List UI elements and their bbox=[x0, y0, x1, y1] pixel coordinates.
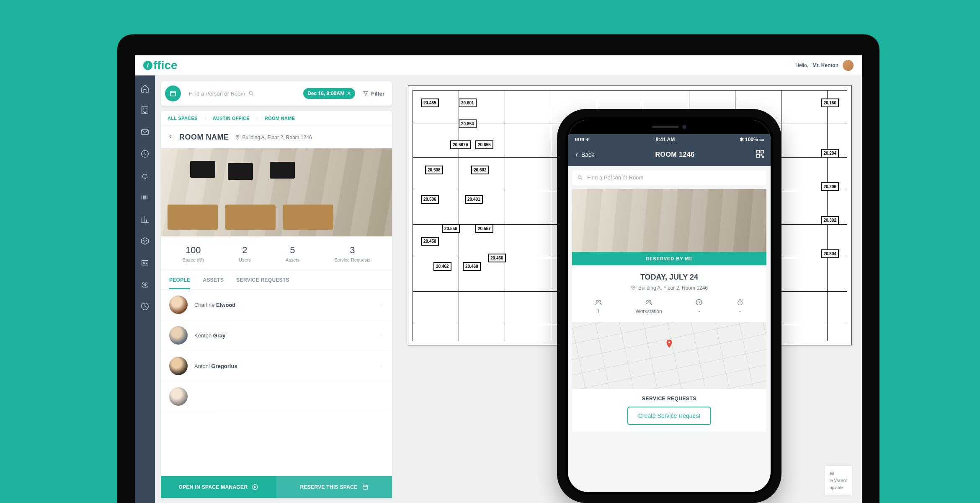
tab-assets[interactable]: ASSETS bbox=[203, 277, 224, 289]
pie-icon[interactable] bbox=[140, 302, 150, 311]
floor-room-label[interactable]: 20.304 bbox=[821, 249, 839, 258]
signal-wifi-icon: ▮▮▮▮ ᯤ bbox=[575, 137, 591, 143]
list-item[interactable]: Charline Elwood bbox=[161, 290, 392, 320]
chevron-left-icon bbox=[574, 152, 580, 158]
monitor-decoration-icon bbox=[228, 163, 253, 180]
badge-icon[interactable] bbox=[140, 258, 150, 267]
date-chip-clear[interactable]: ✕ bbox=[347, 91, 351, 96]
team-icon[interactable] bbox=[140, 280, 150, 289]
floor-room-label[interactable]: 20.302 bbox=[821, 216, 839, 225]
room-panel: Find a Person or Room Dec 16, 9:00AM ✕ F… bbox=[155, 75, 398, 503]
stopwatch-icon bbox=[736, 298, 744, 306]
floor-room-label[interactable]: 20.206 bbox=[821, 182, 839, 191]
floor-room-label[interactable]: 20.455 bbox=[421, 99, 439, 107]
floor-room-label[interactable]: 20.556 bbox=[442, 224, 460, 233]
avatar bbox=[169, 326, 188, 345]
floor-room-label[interactable]: 20.654 bbox=[459, 119, 477, 128]
status-bar: ▮▮▮▮ ᯤ 9:41 AM ✱ 100% ▭ bbox=[568, 134, 771, 145]
svg-point-12 bbox=[253, 485, 258, 490]
panel-actions: OPEN IN SPACE MANAGER RESERVE THIS SPACE bbox=[161, 476, 392, 498]
person-name: Kenton Gray bbox=[194, 332, 373, 339]
floorplan-legend: ed le Vacant upiable bbox=[825, 466, 852, 495]
bell-icon[interactable] bbox=[140, 171, 150, 180]
open-space-manager-button[interactable]: OPEN IN SPACE MANAGER bbox=[161, 476, 276, 498]
floor-room-label[interactable]: 20.460 bbox=[488, 254, 506, 262]
svg-point-25 bbox=[668, 342, 670, 343]
floor-room-label[interactable]: 20.462 bbox=[433, 262, 451, 271]
floor-room-label[interactable]: 20.460 bbox=[463, 262, 481, 271]
monitor-decoration-icon bbox=[270, 162, 295, 179]
clock-icon[interactable] bbox=[140, 149, 150, 158]
search-input[interactable]: Find a Person or Room bbox=[185, 88, 299, 99]
pstat-people-value: 1 bbox=[595, 309, 602, 314]
app-logo[interactable]: i ffice bbox=[143, 59, 178, 72]
package-icon[interactable] bbox=[140, 236, 150, 246]
floor-room-label[interactable]: 20.567A bbox=[450, 140, 471, 149]
pstat-people: 1 bbox=[595, 298, 602, 314]
crumb-room-name[interactable]: ROOM NAME bbox=[265, 116, 295, 121]
tab-service-requests[interactable]: SERVICE REQUESTS bbox=[236, 277, 289, 289]
person-name: Charline Elwood bbox=[194, 302, 373, 308]
phone-back-button[interactable]: Back bbox=[574, 151, 594, 158]
logo-mark-icon: i bbox=[143, 61, 152, 70]
svg-rect-15 bbox=[761, 150, 763, 153]
phone-search-input[interactable]: Find a Person or Room bbox=[572, 170, 766, 185]
search-card: Find a Person or Room Dec 16, 9:00AM ✕ F… bbox=[161, 81, 392, 106]
legend-item: upiable bbox=[830, 484, 847, 491]
back-button[interactable] bbox=[168, 134, 173, 141]
phone-header: Back ROOM 1246 bbox=[568, 145, 771, 166]
svg-point-17 bbox=[578, 176, 581, 179]
date-chip-label: Dec 16, 9:00AM bbox=[307, 91, 344, 96]
user-avatar[interactable] bbox=[843, 60, 854, 71]
calendar-button[interactable] bbox=[165, 86, 181, 101]
room-title: ROOM NAME bbox=[179, 133, 229, 142]
filter-button[interactable]: Filter bbox=[359, 89, 388, 99]
svg-point-22 bbox=[649, 301, 651, 303]
room-location: Building A, Floor 2, Room 1246 bbox=[235, 135, 312, 140]
floor-room-label[interactable]: 20.602 bbox=[471, 166, 489, 174]
chart-icon[interactable] bbox=[140, 215, 150, 224]
list-item[interactable]: Kenton Gray bbox=[161, 320, 392, 351]
floor-room-label[interactable]: 20.506 bbox=[421, 195, 439, 204]
create-service-request-button[interactable]: Create Service Request bbox=[627, 407, 712, 425]
svg-point-10 bbox=[250, 91, 253, 94]
barcode-icon[interactable] bbox=[140, 193, 150, 202]
mail-icon[interactable] bbox=[140, 127, 150, 137]
svg-point-7 bbox=[144, 285, 146, 286]
people-icon bbox=[595, 298, 602, 306]
phone-notch bbox=[568, 120, 771, 134]
stat-sr-value: 3 bbox=[334, 245, 370, 256]
phone-info-card: TODAY, JULY 24 Building A, Floor 2, Room… bbox=[572, 265, 766, 322]
search-placeholder: Find a Person or Room bbox=[189, 91, 245, 97]
phone-map[interactable] bbox=[572, 322, 766, 389]
floor-room-label[interactable]: 20.450 bbox=[421, 237, 439, 246]
phone-frame: ▮▮▮▮ ᯤ 9:41 AM ✱ 100% ▭ Back ROOM 1246 F… bbox=[557, 109, 781, 503]
floor-room-label[interactable]: 20.508 bbox=[425, 166, 443, 174]
stat-space: 100 Space (ft²) bbox=[183, 245, 204, 262]
pstat-timer: - bbox=[736, 298, 744, 314]
floor-room-label[interactable]: 20.160 bbox=[821, 99, 839, 107]
svg-rect-9 bbox=[170, 91, 175, 96]
building-icon[interactable] bbox=[140, 106, 150, 115]
floor-room-label[interactable]: 20.401 bbox=[465, 195, 483, 204]
user-area[interactable]: Hello, Mr. Kenton bbox=[795, 60, 854, 71]
avatar bbox=[169, 357, 188, 375]
monitor-decoration-icon bbox=[190, 161, 215, 178]
crumb-all-spaces[interactable]: ALL SPACES bbox=[168, 116, 198, 121]
reserve-space-button[interactable]: RESERVE THIS SPACE bbox=[276, 476, 392, 498]
crumb-austin-office[interactable]: AUSTIN OFFICE bbox=[213, 116, 250, 121]
svg-point-11 bbox=[237, 136, 238, 137]
svg-point-19 bbox=[596, 301, 598, 303]
qr-scan-button[interactable] bbox=[756, 149, 765, 160]
floor-room-label[interactable]: 20.655 bbox=[475, 140, 493, 149]
phone-room-location-text: Building A, Floor 2, Room 1246 bbox=[638, 285, 708, 291]
date-chip[interactable]: Dec 16, 9:00AM ✕ bbox=[303, 88, 355, 99]
floor-room-label[interactable]: 20.557 bbox=[475, 224, 493, 233]
tab-people[interactable]: PEOPLE bbox=[169, 277, 190, 289]
list-item[interactable]: Antoni Gregorius bbox=[161, 351, 392, 381]
home-icon[interactable] bbox=[140, 84, 150, 93]
floor-room-label[interactable]: 20.601 bbox=[459, 99, 477, 107]
list-item[interactable] bbox=[161, 381, 392, 412]
floor-room-label[interactable]: 20.204 bbox=[821, 149, 839, 158]
svg-point-20 bbox=[599, 301, 601, 303]
